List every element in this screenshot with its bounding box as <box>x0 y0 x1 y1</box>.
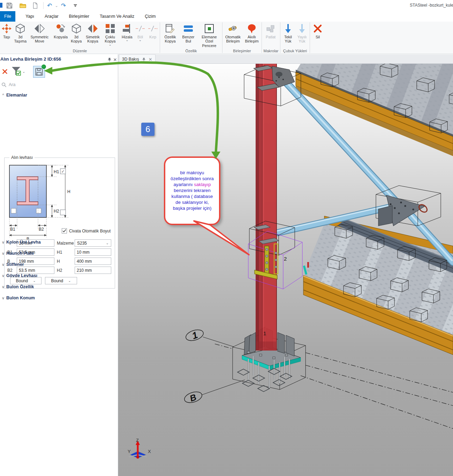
smart-connection-button[interactable]: Akıllı Birleşim <box>243 22 261 44</box>
tab-cizim[interactable]: Çizim <box>139 11 161 22</box>
copy-3d-button[interactable]: 3d Kopya <box>69 22 84 44</box>
section-elemanlar[interactable]: ^ Elemanlar <box>0 91 118 99</box>
find-similar-button[interactable]: Benzer Bul <box>180 22 197 44</box>
copy-button[interactable]: Kopyala <box>53 22 69 39</box>
section-label: Bulon Özellik <box>6 284 34 289</box>
distributed-load-button[interactable]: Yayılı Yük <box>295 22 309 44</box>
multi-copy-button[interactable]: Çoklu Kopya⌄ <box>102 22 119 46</box>
view-tab-bar: 3D Bakış ✕ <box>118 54 453 64</box>
button-label: Simetrik Kopya <box>85 35 101 44</box>
button-label: Otomatik Birleşim <box>224 35 242 44</box>
symmetric-copy-button[interactable]: Simetrik Kopya <box>84 22 102 44</box>
upper-deck[interactable] <box>296 64 453 156</box>
save-macro-icon <box>35 67 44 76</box>
open-button[interactable] <box>18 1 27 10</box>
menu-bar: File Yapı Araçlar Birleşimler Tasarım Ve… <box>0 11 453 22</box>
balloon-line: benzerini tekraren <box>166 188 218 194</box>
tab-yapi[interactable]: Yapı <box>20 11 39 22</box>
customize-toolbar-button[interactable] <box>71 1 80 10</box>
save-button[interactable] <box>5 1 14 10</box>
new-file-button[interactable] <box>31 1 40 10</box>
section-govde-levhasi[interactable]: ∨Gövde Levhası <box>0 272 118 279</box>
filter-button[interactable] <box>11 66 22 78</box>
move-button[interactable]: Taşı <box>1 22 13 39</box>
undo-button[interactable]: ↶ <box>45 1 54 10</box>
dim-b1-label: B1 <box>10 227 15 232</box>
undo-dropdown[interactable]: ⌄ <box>54 1 59 10</box>
tab-tasarim-ve-analiz[interactable]: Tasarım Ve Analiz <box>95 11 139 22</box>
tab-birlesimler[interactable]: Birleşimler <box>64 11 95 22</box>
new-file-icon <box>32 2 38 9</box>
axis-y-label: Y <box>128 449 131 454</box>
chevron-down-icon: ⌄ <box>126 39 128 41</box>
auto-connection-button[interactable]: Otomatik Birleşim <box>223 22 243 44</box>
close-panel-button[interactable]: ✕ <box>112 57 118 62</box>
move-icon <box>1 23 12 34</box>
grid-label: B <box>188 392 198 403</box>
checkbox-icon <box>62 228 67 233</box>
symmetric-move-button[interactable]: Symmetric Move <box>28 22 51 44</box>
balloon-line: ayarlarınısaklayıp <box>166 182 218 188</box>
dim-h-label: H <box>67 189 70 194</box>
chevron-down-icon: ⌄ <box>33 280 36 282</box>
close-icon: ✕ <box>113 57 117 62</box>
chevron-down-icon: ∨ <box>0 296 6 300</box>
chevron-down-icon[interactable]: ⌄ <box>22 71 25 73</box>
tab-araclar[interactable]: Araçlar <box>39 11 64 22</box>
explode-button[interactable]: Patlat <box>263 22 279 39</box>
chevron-down-icon: ∨ <box>0 240 6 245</box>
section-label: Haunch Plate <box>6 251 34 256</box>
point-load-button[interactable]: Tekil Yük <box>281 22 295 44</box>
app-icon <box>0 3 2 8</box>
annotation-balloon: bir makroyu özelleştirdikten sonra ayarl… <box>164 156 220 225</box>
red-column[interactable] <box>256 64 277 351</box>
chevron-up-icon: ^ <box>0 93 6 97</box>
panel-title: Alın Levha Birleşim 2 ID:656 <box>0 56 61 62</box>
cancel-button[interactable]: ✕ <box>1 67 8 77</box>
button-label: Patlat <box>266 35 275 39</box>
close-icon[interactable]: ✕ <box>149 57 152 62</box>
element-window-button[interactable]: Elemane Özel Pencere <box>197 22 221 48</box>
h1-checkbox[interactable]: ✓ <box>60 169 66 174</box>
balloon-line: bir makroyu <box>166 170 218 176</box>
balloon-line: özelleştirdikten sonra <box>166 176 218 182</box>
3d-viewport[interactable]: 1 B <box>118 64 453 476</box>
pin-icon[interactable] <box>142 57 146 61</box>
save-macro-button[interactable]: ·· <box>33 66 45 78</box>
tab-file[interactable]: File <box>0 11 15 22</box>
section-bulon-konum[interactable]: ∨Bulon Konum <box>0 294 118 302</box>
civata-checkbox[interactable]: Civata Otomatik Boyut <box>62 228 111 233</box>
search-input[interactable] <box>9 82 106 87</box>
move-3d-button[interactable]: 3d Taşıma <box>13 22 28 44</box>
h2-checkbox[interactable] <box>60 210 66 215</box>
property-copy-button[interactable]: Özellik Kopya <box>161 22 180 44</box>
part-number-1: 1 <box>263 330 266 336</box>
button-label: Özellik Kopya <box>162 35 179 44</box>
align-button[interactable]: Hizala⌄ <box>120 22 134 41</box>
redo-button[interactable]: ↷ <box>59 1 68 10</box>
panel-toolbar: ✕ ⌄ ·· <box>0 65 118 79</box>
chevron-down-icon: ∨ <box>0 285 6 289</box>
section-label: Stiffener <box>6 262 24 267</box>
copy-icon <box>55 23 66 34</box>
tab-3d-view[interactable]: 3D Bakış ✕ <box>119 54 156 64</box>
ribbon: Taşı 3d Taşıma Symmetric Move Kopyala 3d… <box>0 22 453 54</box>
section-stiffener[interactable]: ∨Stiffener <box>0 261 118 268</box>
align-icon <box>122 23 132 34</box>
section-haunch-plate[interactable]: ∨Haunch Plate <box>0 249 118 257</box>
button-label: Kopyala <box>54 35 68 39</box>
trim-button[interactable]: Kırp <box>146 22 159 39</box>
section-bulon-ozellik[interactable]: ∨Bulon Özellik <box>0 283 118 291</box>
title-bar: ↶ ⌄ ↷ STASteel -bozkurt_kule3 <box>0 0 453 11</box>
macro-saved-badge: ·· <box>41 64 46 69</box>
section-kolon-ust-levha[interactable]: ∨Kolon Üst Levha <box>0 238 118 246</box>
chevron-down-icon: ∨ <box>0 262 6 267</box>
split-button[interactable]: Böl⌄ <box>134 22 146 41</box>
delete-button[interactable]: Sil <box>311 22 325 39</box>
point-load-icon <box>283 23 293 34</box>
button-label: Taşı <box>3 35 10 39</box>
explode-icon <box>265 23 276 34</box>
pin-button[interactable] <box>107 57 112 62</box>
section-label: Bulon Konum <box>6 295 35 300</box>
balloon-highlight: saklayıp <box>192 182 211 187</box>
